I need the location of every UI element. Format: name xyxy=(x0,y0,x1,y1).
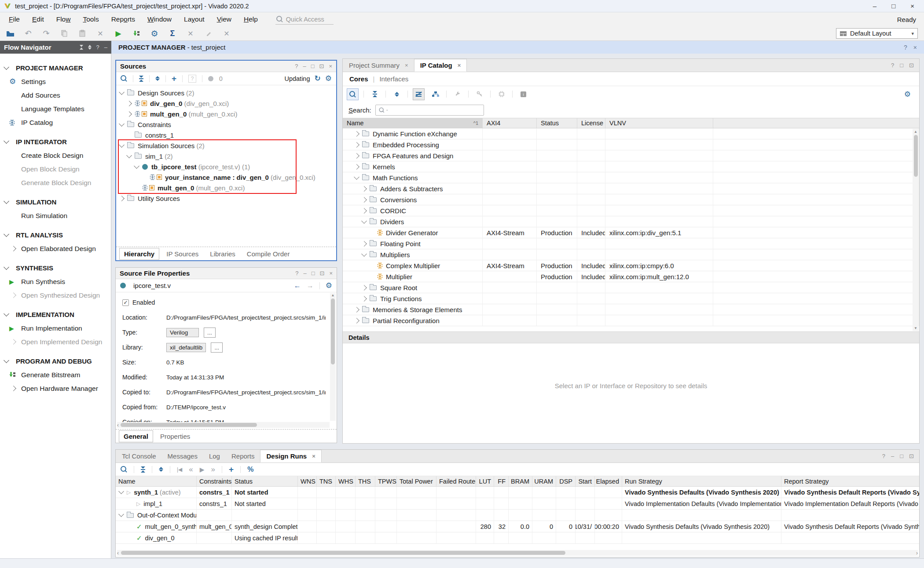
flow-item-ip-catalog[interactable]: IP Catalog xyxy=(0,116,111,129)
flow-section-header-project-manager[interactable]: PROJECT MANAGER xyxy=(0,61,111,75)
tab-ip-catalog[interactable]: IP Catalog × xyxy=(414,59,467,72)
column-header-ths[interactable]: THS xyxy=(356,476,375,486)
tab-ip-sources[interactable]: IP Sources xyxy=(162,248,203,259)
ipcat-row-complex-multiplier[interactable]: Complex Multiplier AXI4-Stream Productio… xyxy=(343,260,919,271)
flow-section-header-ip-integrator[interactable]: IP INTEGRATOR xyxy=(0,135,111,149)
column-header-status[interactable]: Status xyxy=(232,476,298,486)
column-header-lut[interactable]: LUT xyxy=(476,476,494,486)
run-button[interactable]: ▶ xyxy=(114,29,123,38)
source-item-constraints[interactable]: Constraints xyxy=(116,119,336,130)
library-input[interactable]: xil_defaultlib xyxy=(166,343,206,352)
help-icon[interactable]: ? xyxy=(295,270,298,277)
chevron-right-icon[interactable] xyxy=(354,131,359,137)
help-icon[interactable]: ? xyxy=(904,44,907,51)
paste-button[interactable] xyxy=(77,29,87,38)
open-project-button[interactable] xyxy=(5,29,15,38)
chevron-right-icon[interactable] xyxy=(354,318,359,324)
subtab-cores[interactable]: Cores xyxy=(349,75,368,83)
chevron-down-icon[interactable] xyxy=(119,89,125,95)
collapse-all-icon[interactable] xyxy=(80,45,83,50)
close-icon[interactable]: × xyxy=(329,270,333,277)
tab-tcl-console[interactable]: Tcl Console xyxy=(116,450,162,462)
help-icon[interactable]: ? xyxy=(295,63,298,69)
customize-ip-icon[interactable] xyxy=(451,88,463,100)
flow-item-add-sources[interactable]: Add Sources xyxy=(0,88,111,102)
flow-item-run-implementation[interactable]: ▶Run Implementation xyxy=(0,321,111,335)
flow-item-create-block-design[interactable]: Create Block Design xyxy=(0,149,111,162)
flow-item-open-block-design[interactable]: Open Block Design xyxy=(0,162,111,176)
flow-item-run-synthesis[interactable]: ▶Run Synthesis xyxy=(0,275,111,288)
chevron-right-icon[interactable] xyxy=(361,208,367,214)
chevron-right-icon[interactable] xyxy=(126,101,132,106)
window-maximize-button[interactable]: □ xyxy=(891,2,895,10)
ipcat-row-trig-functions[interactable]: Trig Functions xyxy=(343,293,919,304)
run-row-mult-gen-0-synth-1[interactable]: ✓mult_gen_0_synth_1mult_gen_0synth_desig… xyxy=(116,521,919,532)
collapse-all-icon[interactable] xyxy=(139,76,143,82)
collapse-all-icon[interactable] xyxy=(141,466,145,473)
run-row-synth-1[interactable]: ▷synth_1 (active)constrs_1Not startedViv… xyxy=(116,487,919,498)
column-header-report-strategy[interactable]: Report Strategy xyxy=(781,476,919,486)
menu-layout[interactable]: Layout xyxy=(178,15,211,23)
minimize-icon[interactable]: – xyxy=(303,270,306,277)
chevron-down-icon[interactable] xyxy=(354,174,359,180)
ipcat-row-conversions[interactable]: Conversions xyxy=(343,194,919,205)
window-close-button[interactable]: × xyxy=(910,2,914,10)
abort-button[interactable]: ✕ xyxy=(222,29,231,38)
tab-compile-order[interactable]: Compile Order xyxy=(242,248,294,259)
menu-file[interactable]: File xyxy=(3,15,26,23)
float-icon[interactable]: ⊡ xyxy=(909,453,914,459)
tab-messages[interactable]: Messages xyxy=(162,450,203,462)
chevron-down-icon[interactable] xyxy=(118,511,124,517)
ipcat-row-dividers[interactable]: Dividers xyxy=(343,216,919,227)
window-minimize-button[interactable]: – xyxy=(873,2,876,10)
column-header-failed-routes[interactable]: Failed Routes xyxy=(436,476,476,486)
properties-panel-header[interactable]: Source File Properties ? – □ ⊡ × xyxy=(116,268,337,279)
close-icon[interactable]: × xyxy=(405,62,408,69)
column-header-elapsed[interactable]: Elapsed xyxy=(595,476,622,486)
generate-bitstream-button[interactable] xyxy=(132,29,141,38)
column-header-run-strategy[interactable]: Run Strategy xyxy=(622,476,781,486)
chevron-down-icon[interactable] xyxy=(119,142,125,148)
ipcat-row-dynamic-function-exchange[interactable]: Dynamic Function eXchange xyxy=(343,128,919,139)
ipcat-row-floating-point[interactable]: Floating Point xyxy=(343,238,919,249)
ipcat-row-square-root[interactable]: Square Root xyxy=(343,282,919,293)
expand-all-icon[interactable] xyxy=(88,45,92,50)
chevron-down-icon[interactable] xyxy=(361,251,367,257)
flow-section-header-simulation[interactable]: SIMULATION xyxy=(0,195,111,209)
column-header-license[interactable]: License xyxy=(577,118,605,128)
column-header-wns[interactable]: WNS xyxy=(298,476,317,486)
column-header-start[interactable]: Start xyxy=(576,476,595,486)
menu-view[interactable]: View xyxy=(211,15,238,23)
chevron-down-icon[interactable] xyxy=(118,488,124,494)
undo-button[interactable]: ↶ xyxy=(23,29,33,38)
enabled-checkbox[interactable]: ✓ xyxy=(122,299,129,306)
column-header-total-power[interactable]: Total Power xyxy=(397,476,436,486)
tab-project-summary[interactable]: Project Summary × xyxy=(343,59,414,72)
run-row-impl-1[interactable]: ▷impl_1constrs_1Not startedVivado Implem… xyxy=(116,498,919,510)
horizontal-scrollbar[interactable]: ‹ xyxy=(117,422,330,428)
layout-selector[interactable]: Default Layout ▾ xyxy=(836,28,918,39)
chevron-right-icon[interactable] xyxy=(361,197,367,203)
maximize-icon[interactable]: □ xyxy=(900,453,903,459)
chevron-right-icon[interactable] xyxy=(361,296,367,302)
help-icon[interactable]: ? xyxy=(891,62,894,69)
expand-all-icon[interactable] xyxy=(391,88,403,100)
chevron-right-icon[interactable] xyxy=(119,196,125,201)
back-arrow-icon[interactable]: ← xyxy=(294,282,301,290)
tab-libraries[interactable]: Libraries xyxy=(205,248,240,259)
chevron-right-icon[interactable] xyxy=(354,153,359,159)
column-header-axi4[interactable]: AXI4 xyxy=(483,118,537,128)
column-header-tns[interactable]: TNS xyxy=(317,476,336,486)
collapse-all-icon[interactable] xyxy=(369,88,381,100)
minimize-icon[interactable]: – xyxy=(303,63,306,69)
flow-section-header-program-and-debug[interactable]: PROGRAM AND DEBUG xyxy=(0,354,111,368)
flow-item-generate-bitstream[interactable]: Generate Bitstream xyxy=(0,368,111,382)
flow-section-header-rtl-analysis[interactable]: RTL ANALYSIS xyxy=(0,228,111,242)
tab-properties[interactable]: Properties xyxy=(156,431,194,442)
forward-arrow-icon[interactable]: → xyxy=(307,282,314,290)
close-icon[interactable]: × xyxy=(329,63,332,69)
column-header-dsp[interactable]: DSP xyxy=(556,476,576,486)
cancel-run-button[interactable]: ✕ xyxy=(186,29,195,38)
source-item-mult-gen-0[interactable]: mult_gen_0 (mult_gen_0.xci) xyxy=(116,182,336,193)
run-icon[interactable]: ▶ xyxy=(200,466,205,473)
